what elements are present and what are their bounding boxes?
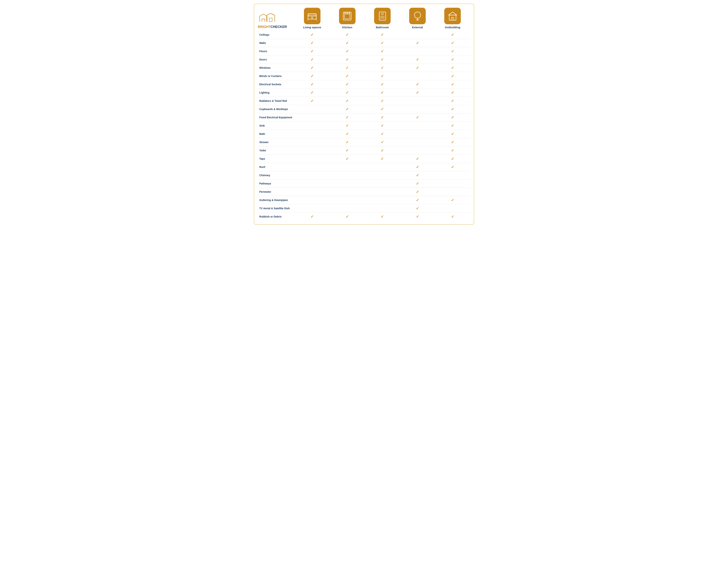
table-row: Taps xyxy=(258,155,470,163)
check-cell-living xyxy=(295,196,330,204)
check-cell-outbuilding xyxy=(435,31,470,39)
check-icon xyxy=(416,190,419,194)
col-icon-bathroom xyxy=(374,8,391,24)
check-cell-kitchen xyxy=(330,47,365,55)
check-icon xyxy=(416,206,419,210)
check-cell-bathroom xyxy=(365,163,400,171)
check-cell-bathroom xyxy=(365,171,400,180)
logo-area: BRIGHTCHECKER xyxy=(258,13,295,31)
check-icon xyxy=(416,173,419,177)
check-cell-external xyxy=(400,113,435,122)
check-icon xyxy=(451,74,454,78)
row-label: Cupboards & Worktops xyxy=(258,105,295,113)
check-icon xyxy=(451,49,454,53)
check-cell-outbuilding xyxy=(435,188,470,196)
col-icon-living xyxy=(304,8,320,24)
table-row: Walls xyxy=(258,39,470,47)
check-cell-kitchen xyxy=(330,64,365,72)
check-cell-kitchen xyxy=(330,113,365,122)
check-cell-kitchen xyxy=(330,138,365,146)
check-icon xyxy=(346,33,349,37)
check-cell-bathroom xyxy=(365,72,400,80)
check-cell-outbuilding xyxy=(435,64,470,72)
check-cell-living xyxy=(295,31,330,39)
check-cell-kitchen xyxy=(330,97,365,105)
check-icon xyxy=(451,148,454,152)
check-icon xyxy=(346,74,349,78)
check-cell-outbuilding xyxy=(435,130,470,138)
check-icon xyxy=(416,157,419,161)
check-icon xyxy=(311,215,314,219)
col-label-bathroom: Bathroom xyxy=(376,26,389,29)
check-icon xyxy=(381,57,384,62)
check-cell-kitchen xyxy=(330,31,365,39)
check-icon xyxy=(416,165,419,169)
check-cell-external xyxy=(400,204,435,213)
check-cell-outbuilding xyxy=(435,47,470,55)
check-cell-living xyxy=(295,130,330,138)
table-row: Shower xyxy=(258,138,470,146)
check-cell-kitchen xyxy=(330,72,365,80)
table-row: Blinds or Curtains xyxy=(258,72,470,80)
check-icon xyxy=(346,215,349,219)
check-cell-kitchen xyxy=(330,122,365,130)
row-label: Rubbish or Debris xyxy=(258,213,295,221)
check-cell-living xyxy=(295,55,330,64)
check-cell-bathroom xyxy=(365,39,400,47)
check-icon xyxy=(451,91,454,95)
check-cell-outbuilding xyxy=(435,138,470,146)
check-cell-living xyxy=(295,155,330,163)
check-cell-outbuilding xyxy=(435,213,470,221)
table-row: Electrical Sockets xyxy=(258,80,470,89)
check-cell-bathroom xyxy=(365,146,400,155)
row-label: Electrical Sockets xyxy=(258,80,295,89)
check-icon xyxy=(451,33,454,37)
check-cell-kitchen xyxy=(330,55,365,64)
row-label: Chimney xyxy=(258,171,295,180)
svg-point-24 xyxy=(414,12,420,18)
svg-rect-3 xyxy=(269,18,272,22)
check-icon xyxy=(346,66,349,70)
table-row: Chimney xyxy=(258,171,470,180)
check-icon xyxy=(311,82,314,86)
svg-marker-27 xyxy=(448,12,457,15)
check-icon xyxy=(451,140,454,144)
check-cell-kitchen xyxy=(330,180,365,188)
check-icon xyxy=(311,49,314,53)
check-cell-outbuilding xyxy=(435,146,470,155)
check-cell-bathroom xyxy=(365,138,400,146)
check-cell-outbuilding xyxy=(435,97,470,105)
col-label-outbuilding: Outbuilding xyxy=(445,26,460,29)
column-headers: Living spaces Kitchen xyxy=(295,8,470,31)
check-icon xyxy=(346,41,349,45)
check-icon xyxy=(381,33,384,37)
check-cell-bathroom xyxy=(365,47,400,55)
table-row: Rubbish or Debris xyxy=(258,213,470,221)
check-cell-outbuilding xyxy=(435,163,470,171)
check-cell-bathroom xyxy=(365,213,400,221)
check-icon xyxy=(311,66,314,70)
check-cell-outbuilding xyxy=(435,80,470,89)
logo-icon xyxy=(258,13,284,24)
check-cell-bathroom xyxy=(365,155,400,163)
check-cell-living xyxy=(295,47,330,55)
check-cell-external xyxy=(400,55,435,64)
main-container: BRIGHTCHECKER Living xyxy=(254,4,474,225)
check-cell-outbuilding xyxy=(435,72,470,80)
table-row: Fixed Electrical Equipment xyxy=(258,113,470,122)
check-icon xyxy=(346,57,349,62)
check-cell-external xyxy=(400,171,435,180)
row-label: Floors xyxy=(258,47,295,55)
check-cell-kitchen xyxy=(330,80,365,89)
check-icon xyxy=(346,124,349,128)
table-row: Lighting xyxy=(258,89,470,97)
col-header-bathroom: Bathroom xyxy=(365,8,400,31)
check-icon xyxy=(381,66,384,70)
check-cell-bathroom xyxy=(365,105,400,113)
logo-text: BRIGHTCHECKER xyxy=(258,25,287,29)
check-cell-external xyxy=(400,146,435,155)
col-label-external: External xyxy=(412,26,423,29)
check-cell-external xyxy=(400,39,435,47)
check-cell-kitchen xyxy=(330,155,365,163)
check-cell-kitchen xyxy=(330,213,365,221)
